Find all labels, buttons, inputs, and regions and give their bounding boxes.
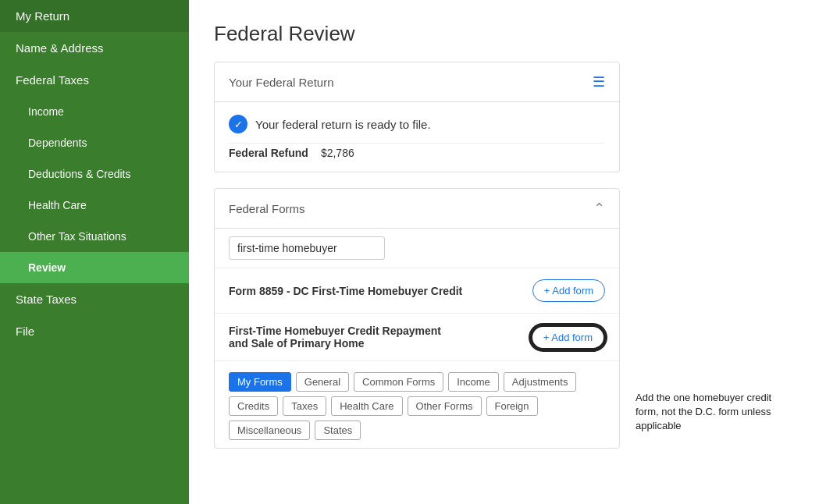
federal-forms-card-title: Federal Forms <box>229 202 305 215</box>
tag-health-care[interactable]: Health Care <box>331 396 402 416</box>
sidebar-item-other-tax-situations[interactable]: Other Tax Situations <box>0 221 189 252</box>
tag-credits[interactable]: Credits <box>229 396 278 416</box>
tag-taxes[interactable]: Taxes <box>283 396 326 416</box>
annotation-note: Add the one homebuyer credit form, not t… <box>636 391 792 434</box>
sidebar-item-review[interactable]: Review <box>0 252 189 283</box>
tag-general[interactable]: General <box>296 372 349 392</box>
sidebar-group-federal-taxes: Federal Taxes <box>0 64 189 96</box>
refund-amount: $2,786 <box>321 147 354 159</box>
tags-section: My FormsGeneralCommon FormsIncomeAdjustm… <box>215 361 619 448</box>
search-input[interactable] <box>229 236 385 260</box>
ready-row: ✓ Your federal return is ready to file. <box>229 115 605 133</box>
check-icon: ✓ <box>229 115 247 133</box>
form-firsttime-repayment-name: First-Time Homebuyer Credit Repayment an… <box>229 325 463 350</box>
tag-states[interactable]: States <box>315 421 361 440</box>
add-form-firsttime-repayment-button[interactable]: + Add form <box>531 325 605 350</box>
search-box <box>215 229 619 268</box>
ready-text: Your federal return is ready to file. <box>255 118 431 131</box>
form-row-8859: Form 8859 - DC First-Time Homebuyer Cred… <box>215 268 619 314</box>
sidebar-item-health-care[interactable]: Health Care <box>0 190 189 221</box>
add-form-8859-button[interactable]: + Add form <box>532 279 605 302</box>
sidebar-item-deductions-credits[interactable]: Deductions & Credits <box>0 158 189 190</box>
form-8859-name: Form 8859 - DC First-Time Homebuyer Cred… <box>229 285 462 297</box>
sidebar-item-my-return[interactable]: My Return <box>0 0 189 32</box>
sidebar-item-file[interactable]: File <box>0 315 189 347</box>
federal-return-card: Your Federal Return ☰ ✓ Your federal ret… <box>214 62 620 172</box>
sidebar-item-income[interactable]: Income <box>0 96 189 127</box>
tag-my-forms[interactable]: My Forms <box>229 372 291 392</box>
hamburger-icon[interactable]: ☰ <box>593 73 605 91</box>
form-row-firsttime-repayment: First-Time Homebuyer Credit Repayment an… <box>215 314 619 361</box>
page-title: Federal Review <box>214 22 801 46</box>
federal-return-card-body: ✓ Your federal return is ready to file. … <box>215 102 619 172</box>
tag-foreign[interactable]: Foreign <box>486 396 538 416</box>
collapse-icon[interactable]: ⌃ <box>593 200 605 217</box>
tag-income[interactable]: Income <box>448 372 499 392</box>
main-content: Federal Review Your Federal Return ☰ ✓ Y… <box>189 0 826 504</box>
tag-miscellaneous[interactable]: Miscellaneous <box>229 421 310 440</box>
sidebar: My Return Name & Address Federal Taxes I… <box>0 0 189 504</box>
sidebar-item-state-taxes[interactable]: State Taxes <box>0 283 189 315</box>
federal-return-card-header: Your Federal Return ☰ <box>215 62 619 102</box>
refund-row: Federal Refund $2,786 <box>229 143 605 159</box>
sidebar-item-name-address[interactable]: Name & Address <box>0 32 189 64</box>
federal-forms-card-header: Federal Forms ⌃ <box>215 189 619 229</box>
tag-adjustments[interactable]: Adjustments <box>504 372 577 392</box>
refund-label: Federal Refund <box>229 147 308 159</box>
federal-forms-card: Federal Forms ⌃ Form 8859 - DC First-Tim… <box>214 188 620 449</box>
tag-common-forms[interactable]: Common Forms <box>354 372 443 392</box>
federal-return-card-title: Your Federal Return <box>229 76 334 89</box>
tag-other-forms[interactable]: Other Forms <box>408 396 482 416</box>
sidebar-item-dependents[interactable]: Dependents <box>0 127 189 158</box>
